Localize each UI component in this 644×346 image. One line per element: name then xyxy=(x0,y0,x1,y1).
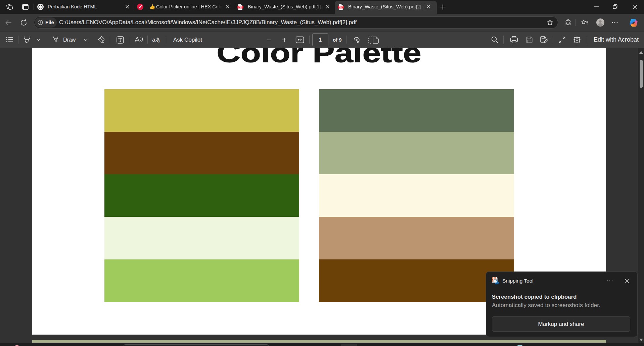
svg-text:Color Palette: Color Palette xyxy=(217,48,421,68)
svg-text:PDF: PDF xyxy=(238,6,242,8)
svg-text:PDF: PDF xyxy=(339,6,343,8)
